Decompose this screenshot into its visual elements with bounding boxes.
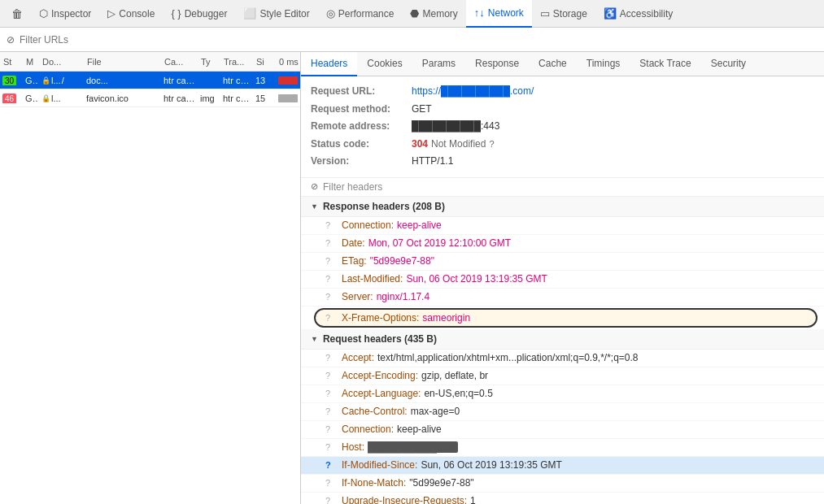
header-name: Server:	[342, 291, 373, 302]
header-help-icon[interactable]: ?	[325, 274, 338, 284]
sub-tabs: HeadersCookiesParamsResponseCacheTimings…	[301, 52, 824, 76]
sub-tab-params[interactable]: Params	[412, 52, 465, 76]
cell-cache: htr cach...	[161, 93, 198, 103]
cell-method: GE	[23, 93, 39, 103]
header-help-icon[interactable]: ?	[325, 371, 338, 380]
lock-icon: 🔒	[41, 76, 50, 85]
header-row: ? Accept-Encoding: gzip, deflate, br	[301, 367, 824, 385]
header-help-icon[interactable]: ?	[325, 238, 338, 248]
header-name: Upgrade-Insecure-Requests:	[342, 495, 467, 504]
cell-status: 30	[0, 76, 23, 85]
header-name: If-None-Match:	[342, 477, 406, 489]
tab-label-network: Network	[488, 7, 524, 19]
triangle-icon: ▼	[311, 202, 318, 211]
status-badge-pink: 46	[2, 93, 16, 103]
triangle-icon: ▼	[311, 335, 318, 343]
header-row: ? Last-Modified: Sun, 06 Oct 2019 13:19:…	[301, 271, 824, 289]
header-help-icon[interactable]: ?	[325, 256, 338, 266]
header-help-icon[interactable]: ?	[325, 496, 338, 504]
header-row: ? Connection: keep-alive	[301, 421, 824, 439]
header-help-icon[interactable]: ?	[325, 478, 338, 488]
header-row: ? Connection: keep-alive	[301, 217, 824, 235]
header-row: ? ETag: "5d99e9e7-88"	[301, 253, 824, 271]
toolbar-tab-accessibility[interactable]: ♿Accessibility	[595, 0, 681, 28]
request-info: Request URL: https://██████████.com/ Req…	[301, 76, 824, 178]
method-value: GET	[412, 101, 432, 119]
accessibility-icon: ♿	[604, 7, 617, 20]
main-toolbar: 🗑 ⬡Inspector▷Console{ }Debugger⬜Style Ed…	[0, 0, 824, 28]
col-header-size: Si	[253, 57, 276, 67]
lock-icon: 🔒	[41, 94, 50, 102]
network-icon: ↑↓	[474, 7, 485, 19]
cell-time	[276, 76, 300, 85]
header-help-icon[interactable]: ?	[325, 406, 338, 416]
header-name: Accept:	[342, 352, 374, 363]
table-row[interactable]: 30 GE 🔒 l... / doc... htr cach... htr ca…	[0, 72, 300, 89]
status-badge-green: 30	[2, 76, 16, 85]
toolbar-tab-debugger[interactable]: { }Debugger	[163, 0, 235, 28]
header-row: ? Date: Mon, 07 Oct 2019 12:10:00 GMT	[301, 235, 824, 253]
cell-transfer: htr cach...	[220, 76, 253, 85]
response-headers-label: Response headers (208 B)	[323, 201, 445, 212]
sub-tab-timings[interactable]: Timings	[577, 52, 630, 76]
status-help-icon[interactable]: ?	[489, 137, 494, 153]
request-headers-label: Request headers (435 B)	[323, 333, 437, 345]
response-headers-section[interactable]: ▼ Response headers (208 B)	[301, 197, 824, 217]
domain-text: l...	[51, 76, 61, 85]
header-name: ETag:	[342, 255, 367, 267]
filter-input[interactable]	[20, 34, 817, 46]
url-label: Request URL:	[311, 83, 408, 101]
sub-tab-stack-trace[interactable]: Stack Trace	[630, 52, 700, 76]
toolbar-tab-style-editor[interactable]: ⬜Style Editor	[235, 0, 317, 28]
toolbar-tab-memory[interactable]: ⬣Memory	[402, 0, 465, 28]
header-value: keep-alive	[397, 424, 442, 435]
header-value-xframe: sameorigin	[422, 312, 470, 324]
toolbar-tab-performance[interactable]: ◎Performance	[318, 0, 403, 28]
header-help-icon[interactable]: ?	[325, 353, 338, 363]
tab-label-style-editor: Style Editor	[259, 8, 309, 20]
header-value: "5d99e9e7-88"	[409, 477, 473, 489]
header-name: X-Frame-Options:	[342, 312, 419, 324]
header-name: Accept-Encoding:	[342, 370, 418, 381]
toolbar-tab-network[interactable]: ↑↓Network	[466, 0, 532, 28]
tab-label-inspector: Inspector	[51, 8, 91, 20]
toolbar-tab-storage[interactable]: ▭Storage	[532, 0, 595, 28]
header-value: Sun, 06 Oct 2019 13:19:35 GMT	[421, 459, 561, 471]
header-value: "5d99e9e7-88"	[370, 255, 434, 267]
right-panel: HeadersCookiesParamsResponseCacheTimings…	[301, 52, 824, 504]
cell-domain: 🔒 l... /	[39, 76, 84, 85]
url-value: https://██████████.com/	[412, 83, 534, 101]
header-help-icon[interactable]: ?	[325, 220, 338, 230]
header-value: en-US,en;q=0.5	[424, 388, 492, 399]
sub-tab-headers[interactable]: Headers	[301, 52, 357, 76]
filter-headers-bar: ⊘ Filter headers	[301, 178, 824, 197]
header-help-icon[interactable]: ?	[325, 292, 338, 302]
header-help-icon[interactable]: ?	[325, 460, 338, 470]
version-label: Version:	[311, 153, 408, 171]
header-help-icon[interactable]: ?	[325, 313, 338, 323]
header-value: nginx/1.17.4	[377, 291, 429, 302]
header-name: Connection:	[342, 424, 394, 435]
header-help-icon[interactable]: ?	[325, 442, 338, 452]
table-row[interactable]: 46 GE 🔒 l... favicon.ico htr cach... img…	[0, 89, 300, 107]
sub-tab-response[interactable]: Response	[465, 52, 529, 76]
sub-tab-cache[interactable]: Cache	[529, 52, 577, 76]
tab-label-accessibility: Accessibility	[620, 8, 673, 20]
info-row-url: Request URL: https://██████████.com/	[311, 83, 814, 101]
filter-headers-placeholder[interactable]: Filter headers	[323, 181, 382, 193]
header-help-icon[interactable]: ?	[325, 389, 338, 398]
header-value: Mon, 07 Oct 2019 12:10:00 GMT	[368, 237, 511, 249]
network-table-body: 30 GE 🔒 l... / doc... htr cach... htr ca…	[0, 72, 300, 504]
toolbar-tab-console[interactable]: ▷Console	[99, 0, 163, 28]
toolbar-tab-inspector[interactable]: ⬡Inspector	[31, 0, 99, 28]
request-headers-section[interactable]: ▼ Request headers (435 B)	[301, 329, 824, 350]
header-name: Cache-Control:	[342, 406, 408, 417]
tab-label-console: Console	[119, 8, 155, 20]
filter-bar: ⊘	[0, 28, 824, 52]
trash-icon[interactable]: 🗑	[7, 4, 28, 24]
performance-icon: ◎	[326, 7, 335, 20]
header-help-icon[interactable]: ?	[325, 424, 338, 434]
sub-tab-security[interactable]: Security	[701, 52, 756, 76]
tab-label-memory: Memory	[422, 8, 457, 20]
sub-tab-cookies[interactable]: Cookies	[357, 52, 412, 76]
